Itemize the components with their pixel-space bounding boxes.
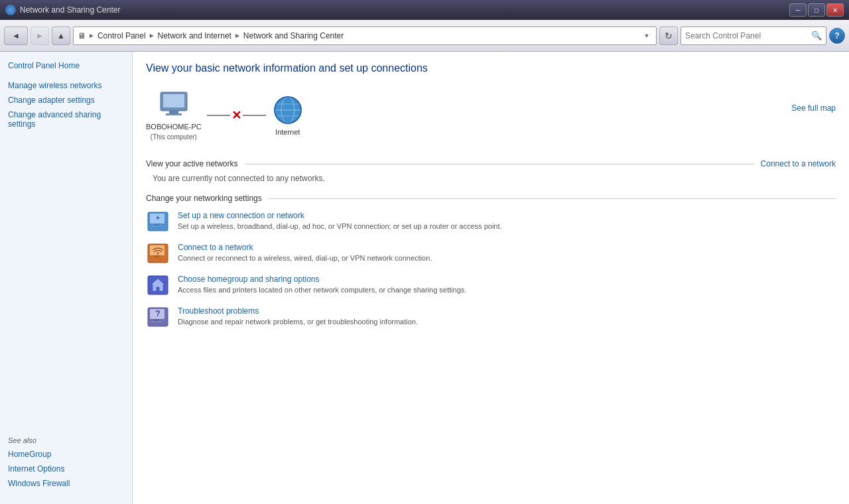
new-connection-text: Set up a new connection or network Set u…	[178, 211, 836, 231]
svg-rect-23	[154, 319, 159, 321]
new-connection-link[interactable]: Set up a new connection or network	[178, 211, 836, 220]
change-settings-header: Change your networking settings	[146, 194, 836, 203]
svg-rect-3	[166, 113, 182, 115]
forward-button[interactable]: ►	[31, 27, 49, 45]
breadcrumb-network-internet[interactable]: Network and Internet	[158, 31, 231, 40]
title-bar-icon	[5, 5, 16, 15]
up-button[interactable]: ▲	[52, 27, 70, 45]
svg-rect-17	[154, 255, 159, 257]
content-area: View your basic network information and …	[133, 52, 849, 504]
computer-icon-group: BOBOHOME-PC (This computer)	[146, 90, 202, 141]
svg-rect-12	[154, 223, 159, 225]
connect-network-svg	[147, 243, 168, 263]
svg-text:+: +	[156, 214, 160, 221]
new-connection-svg: +	[147, 212, 168, 231]
sidebar-item-change-adapter[interactable]: Change adapter settings	[0, 93, 132, 107]
computer-icon-img	[157, 90, 190, 120]
action-homegroup: Choose homegroup and sharing options Acc…	[146, 275, 836, 296]
see-also-label: See also	[0, 426, 132, 447]
back-button[interactable]: ◄	[4, 27, 28, 45]
new-connection-icon: +	[146, 211, 170, 232]
action-new-connection: + Set up a new connection or network Set…	[146, 211, 836, 232]
connect-to-network-link-top[interactable]: Connect to a network	[761, 159, 836, 168]
action-connect-network: Connect to a network Connect or reconnec…	[146, 243, 836, 264]
homegroup-icon	[146, 275, 170, 296]
breadcrumb-current: Network and Sharing Center	[243, 31, 344, 40]
minimize-button[interactable]: ─	[789, 3, 807, 17]
homegroup-text: Choose homegroup and sharing options Acc…	[178, 275, 836, 295]
internet-icon-img	[271, 95, 304, 125]
line-left	[207, 115, 230, 116]
computer-sub-label: (This computer)	[151, 133, 197, 141]
svg-point-19	[157, 253, 159, 255]
network-map-icons: BOBOHOME-PC (This computer) ✕	[146, 90, 304, 141]
nav-bar: ◄ ► ▲ 🖥 ► Control Panel ► Network and In…	[0, 20, 849, 52]
line-right	[243, 115, 266, 116]
internet-icon-group: Internet	[271, 95, 304, 136]
troubleshoot-icon: ?	[146, 306, 170, 328]
title-bar: Network and Sharing Center ─ □ ✕	[0, 0, 849, 20]
active-networks-title: View your active networks	[146, 159, 238, 168]
action-troubleshoot: ? Troubleshoot problems Diagnose and rep…	[146, 306, 836, 328]
main-layout: Control Panel Home Manage wireless netwo…	[0, 52, 849, 504]
change-settings-line	[269, 198, 836, 199]
globe-svg	[273, 95, 303, 125]
title-bar-text: Network and Sharing Center	[20, 5, 120, 15]
svg-rect-24	[151, 321, 162, 322]
svg-text:?: ?	[155, 309, 160, 318]
sidebar-item-control-panel-home[interactable]: Control Panel Home	[0, 58, 132, 73]
connection-line: ✕	[207, 108, 266, 123]
search-input[interactable]	[685, 31, 811, 40]
homegroup-link[interactable]: Choose homegroup and sharing options	[178, 275, 836, 284]
internet-label: Internet	[275, 128, 300, 136]
connect-network-text: Connect to a network Connect or reconnec…	[178, 243, 836, 263]
connect-network-desc: Connect or reconnect to a wireless, wire…	[178, 254, 432, 262]
search-box: 🔍	[681, 27, 826, 45]
sidebar-item-windows-firewall[interactable]: Windows Firewall	[0, 476, 132, 491]
active-networks-line	[245, 164, 754, 164]
maximize-button[interactable]: □	[808, 3, 825, 17]
svg-rect-13	[151, 225, 162, 227]
connect-network-icon	[146, 243, 170, 264]
svg-rect-1	[163, 94, 184, 107]
help-button[interactable]: ?	[829, 28, 845, 44]
sidebar-item-manage-wireless[interactable]: Manage wireless networks	[0, 78, 132, 93]
title-bar-buttons: ─ □ ✕	[789, 3, 844, 17]
address-dropdown[interactable]: ▼	[641, 31, 652, 41]
sidebar-item-change-advanced[interactable]: Change advanced sharing settings	[0, 107, 132, 131]
sidebar: Control Panel Home Manage wireless netwo…	[0, 52, 133, 504]
address-bar: 🖥 ► Control Panel ► Network and Internet…	[73, 27, 657, 45]
see-full-map-link[interactable]: See full map	[791, 90, 836, 113]
troubleshoot-svg: ?	[147, 307, 168, 327]
svg-rect-2	[169, 111, 178, 113]
refresh-button[interactable]: ↻	[659, 27, 678, 45]
connect-network-link[interactable]: Connect to a network	[178, 243, 836, 252]
breadcrumb-icon: 🖥	[78, 31, 86, 40]
disconnected-icon: ✕	[231, 108, 241, 123]
troubleshoot-text: Troubleshoot problems Diagnose and repai…	[178, 306, 836, 327]
active-networks-header: View your active networks Connect to a n…	[146, 159, 836, 168]
new-connection-desc: Set up a wireless, broadband, dial-up, a…	[178, 222, 502, 230]
page-title: View your basic network information and …	[146, 62, 836, 74]
svg-rect-18	[151, 257, 162, 259]
close-button[interactable]: ✕	[826, 3, 844, 17]
sidebar-item-internet-options[interactable]: Internet Options	[0, 462, 132, 476]
change-settings-title: Change your networking settings	[146, 194, 262, 203]
not-connected-text: You are currently not connected to any n…	[153, 174, 836, 183]
homegroup-desc: Access files and printers located on oth…	[178, 286, 466, 294]
computer-svg	[158, 91, 190, 120]
troubleshoot-desc: Diagnose and repair network problems, or…	[178, 318, 418, 326]
troubleshoot-link[interactable]: Troubleshoot problems	[178, 306, 836, 316]
homegroup-svg	[147, 275, 168, 295]
search-icon: 🔍	[811, 31, 822, 40]
breadcrumb-control-panel[interactable]: Control Panel	[98, 31, 146, 40]
network-map: BOBOHOME-PC (This computer) ✕	[146, 85, 836, 146]
computer-name-label: BOBOHOME-PC	[146, 123, 202, 131]
sidebar-item-homegroup[interactable]: HomeGroup	[0, 447, 132, 462]
